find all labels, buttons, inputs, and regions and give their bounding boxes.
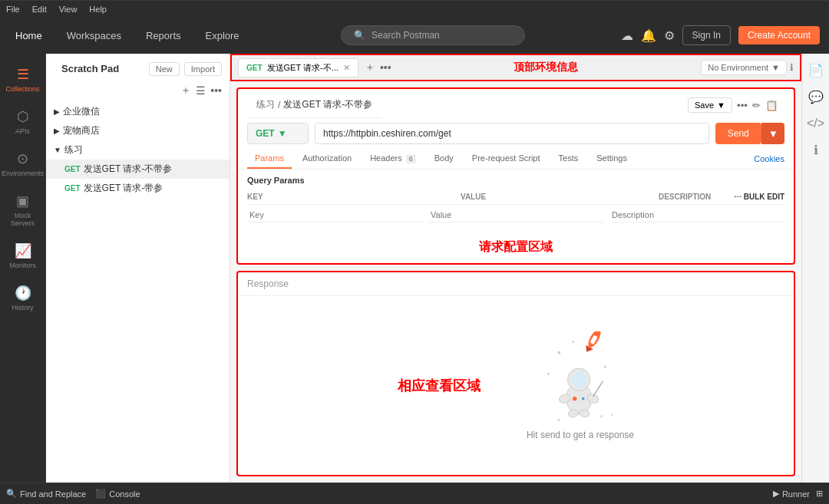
sidebar-item-monitors[interactable]: 📈 Monitors [0, 236, 45, 275]
param-desc-input[interactable] [609, 208, 784, 222]
search-input[interactable]: 🔍 Search Postman [341, 25, 525, 45]
sidebar-item-mock-servers[interactable]: ▣ Mock Servers [0, 186, 45, 233]
tree-item-get-no-param[interactable]: GET 发送GET 请求-不带参 [46, 160, 230, 179]
bulk-edit-button[interactable]: ⋯ Bulk Edit [734, 193, 784, 201]
request-panel: 练习 / 发送GET 请求-不带参 Save ▼ ••• ✏ 📋 [236, 87, 795, 265]
main-layout: ☰ Collections ⬡ APIs ⊙ Environments ▣ Mo… [0, 54, 829, 483]
param-key-input[interactable] [247, 208, 422, 222]
params-header: KEY VALUE DESCRIPTION ⋯ Bulk Edit [247, 189, 784, 205]
runner-label: Runner [782, 489, 810, 499]
env-dropdown[interactable]: No Environment ▼ [701, 60, 787, 75]
url-bar: GET ▼ Send ▼ [238, 118, 794, 149]
params-table: KEY VALUE DESCRIPTION ⋯ Bulk Edit [247, 189, 784, 226]
tab-settings[interactable]: Settings [589, 149, 635, 169]
tree-item-get-with-param[interactable]: GET 发送GET 请求-带参 [46, 179, 230, 198]
right-code-icon[interactable]: </> [804, 114, 827, 133]
tree-item-qiyeweixin[interactable]: ▶ 企业微信 [46, 102, 230, 121]
menu-item-help[interactable]: Help [89, 5, 107, 14]
nav-workspaces[interactable]: Workspaces [61, 27, 127, 44]
menu-item-view[interactable]: View [59, 5, 78, 14]
hit-send-label: Hit send to get a response [527, 430, 634, 440]
tree-toggle-qiyeweixin: ▶ [54, 107, 60, 116]
layout-icon[interactable]: ⊞ [816, 489, 823, 499]
find-replace-label: Find and Replace [20, 489, 86, 499]
tab-actions: ＋ ••• [365, 61, 391, 74]
request-more-button[interactable]: ••• [737, 100, 748, 111]
svg-line-14 [593, 380, 603, 396]
sidebar-item-collections[interactable]: ☰ Collections [0, 60, 45, 99]
tab-get-request[interactable]: GET 发送GET 请求-不... ✕ [238, 58, 358, 77]
console-icon: ⬛ [95, 489, 106, 499]
monitors-icon: 📈 [15, 242, 31, 259]
bottom-left: 🔍 Find and Replace ⬛ Console [6, 489, 140, 499]
tab-pre-request[interactable]: Pre-request Script [464, 149, 548, 169]
bell-icon[interactable]: 🔔 [641, 28, 656, 43]
method-label: GET [256, 128, 275, 139]
get-badge-with-param: GET [64, 184, 81, 193]
tab-params[interactable]: Params [247, 149, 292, 169]
collections-tree: ▶ 企业微信 ▶ 宠物商店 ▼ 练习 GET 发送GET 请求-不带参 GET … [46, 102, 230, 198]
sidebar-item-environments[interactable]: ⊙ Environments [0, 144, 45, 183]
request-tabs: Params Authorization Headers 6 Body Pre-… [238, 149, 794, 170]
query-params-label: Query Params [247, 176, 784, 185]
import-button[interactable]: Import [184, 62, 222, 76]
sidebar-label-monitors: Monitors [9, 262, 36, 269]
send-dropdown-button[interactable]: ▼ [761, 123, 784, 144]
right-info-icon[interactable]: ℹ [811, 140, 821, 160]
environments-icon: ⊙ [17, 150, 28, 167]
sidebar-label-history: History [12, 304, 33, 311]
request-edit-button[interactable]: ✏ [752, 100, 761, 111]
tree-item-chongwu[interactable]: ▶ 宠物商店 [46, 121, 230, 140]
sign-in-button[interactable]: Sign In [682, 25, 731, 45]
env-info-icon[interactable]: ℹ [790, 62, 794, 73]
tab-headers[interactable]: Headers 6 [362, 149, 424, 169]
menu-item-edit[interactable]: Edit [32, 5, 47, 14]
tab-authorization[interactable]: Authorization [295, 149, 359, 169]
request-doc-button[interactable]: 📋 [765, 100, 778, 111]
sidebar-label-apis: APIs [15, 127, 30, 135]
tab-body[interactable]: Body [427, 149, 461, 169]
svg-point-4 [572, 341, 574, 343]
tree-item-lianxi[interactable]: ▼ 练习 [46, 140, 230, 160]
tree-label-get-no-param: 发送GET 请求-不带参 [84, 163, 222, 176]
tab-more-button[interactable]: ••• [380, 61, 391, 74]
tree-toggle-lianxi: ▼ [54, 146, 61, 154]
collection-more-icon[interactable]: ••• [210, 84, 222, 97]
nav-home[interactable]: Home [9, 27, 48, 44]
breadcrumb-current: 发送GET 请求-不带参 [283, 98, 372, 111]
new-button[interactable]: New [149, 62, 180, 76]
sidebar-item-apis[interactable]: ⬡ APIs [0, 102, 45, 141]
response-body: 相应查看区域 [238, 296, 794, 475]
left-sidebar: ☰ Collections ⬡ APIs ⊙ Environments ▣ Mo… [0, 54, 46, 483]
add-collection-icon[interactable]: ＋ [180, 84, 191, 97]
nav-explore[interactable]: Explore [200, 27, 246, 44]
search-placeholder: Search Postman [372, 30, 440, 41]
tree-label-qiyeweixin: 企业微信 [63, 105, 222, 118]
create-account-button[interactable]: Create Account [738, 26, 820, 44]
find-replace-button[interactable]: 🔍 Find and Replace [6, 489, 86, 499]
cloud-icon[interactable]: ☁ [621, 28, 633, 43]
param-value-input[interactable] [428, 208, 603, 222]
tab-close-icon[interactable]: ✕ [343, 63, 350, 73]
tab-tests[interactable]: Tests [551, 149, 586, 169]
nav-reports[interactable]: Reports [140, 27, 187, 44]
save-button[interactable]: Save ▼ [688, 97, 732, 113]
cookies-link[interactable]: Cookies [754, 154, 784, 163]
runner-button[interactable]: ▶ Runner [773, 489, 810, 499]
url-input[interactable] [315, 123, 709, 144]
sidebar-item-history[interactable]: 🕐 History [0, 278, 45, 318]
method-selector[interactable]: GET ▼ [247, 123, 309, 144]
method-chevron-icon: ▼ [278, 128, 287, 139]
collection-menu-icon[interactable]: ☰ [196, 84, 206, 97]
sidebar-label-mock-servers: Mock Servers [3, 212, 42, 227]
response-label: Response [238, 272, 794, 296]
new-tab-button[interactable]: ＋ [365, 61, 375, 74]
env-selector: No Environment ▼ ℹ [701, 60, 794, 75]
right-comment-icon[interactable]: 💬 [805, 87, 827, 107]
send-button[interactable]: Send [715, 123, 761, 144]
right-doc-icon[interactable]: 📄 [805, 60, 827, 81]
gear-icon[interactable]: ⚙ [664, 28, 675, 43]
console-button[interactable]: ⬛ Console [95, 489, 140, 499]
menu-item-file[interactable]: File [6, 5, 20, 14]
svg-point-15 [573, 396, 577, 400]
